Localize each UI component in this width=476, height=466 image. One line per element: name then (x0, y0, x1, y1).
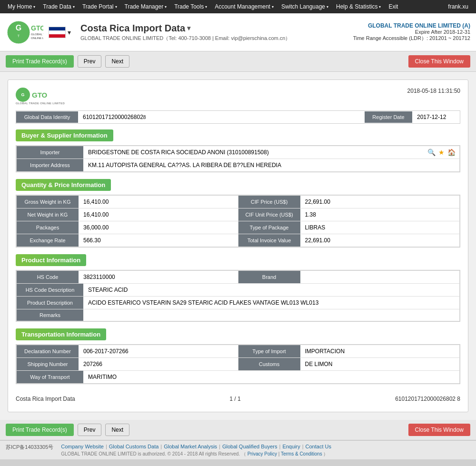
identity-row: Global Data Identity 6101201712000026802… (16, 110, 460, 124)
remarks-row: Remarks (16, 309, 460, 321)
qty-row-1: Net Weight in KG 16,410.00 CIF Unit Pric… (16, 208, 460, 221)
next-button-bottom[interactable]: Next (105, 424, 129, 436)
chevron-down-icon: ▾ (272, 5, 274, 9)
nav-trade-manager[interactable]: Trade Manager ▾ (121, 0, 171, 13)
global-data-identity-label: Global Data Identity (16, 111, 78, 123)
home-icon[interactable]: 🏠 (447, 149, 456, 156)
company-logo: G T GTO GLOBAL TRADE ONLINE LIMITED (6, 19, 44, 45)
way-of-transport-value: MARITIMO (83, 371, 459, 383)
search-icon[interactable]: 🔍 (427, 149, 436, 156)
product-desc-value: ACIDO ESTEARICO VSTEARIN SA29 STEARIC AC… (83, 297, 459, 309)
packages-label: Packages (17, 221, 79, 234)
chevron-down-icon[interactable]: ▾ (68, 29, 71, 36)
qty-row-2: Packages 36,000.00 Type of Package LIBRA… (16, 221, 460, 234)
enquiry-link[interactable]: Enquiry (282, 444, 300, 449)
company-website-link[interactable]: Company Website (61, 444, 104, 449)
nav-help-statistics[interactable]: Help & Statistics ▾ (332, 0, 385, 13)
chevron-down-icon: ▾ (327, 5, 328, 9)
transportation-title: Transportation Information (16, 328, 106, 340)
main-content: G GTO GLOBAL TRADE ONLINE LIMITED 2018-0… (0, 72, 476, 420)
total-invoice-value: 22,691.00 (300, 234, 460, 247)
card-logo: G GTO GLOBAL TRADE ONLINE LIMITED (16, 88, 65, 105)
gross-weight-value: 16,410.00 (79, 196, 238, 208)
record-card: G GTO GLOBAL TRADE ONLINE LIMITED 2018-0… (8, 79, 468, 412)
chevron-down-icon: ▾ (33, 5, 35, 9)
global-market-analysis-link[interactable]: Global Market Analysis (164, 444, 217, 449)
product-desc-row: Product Description ACIDO ESTEARICO VSTE… (16, 296, 460, 309)
record-footer-left: Costa Rica Import Data (16, 396, 75, 402)
action-bar-bottom: Print Trade Record(s) Prev Next Close Th… (0, 420, 476, 440)
chevron-down-icon: ▾ (73, 5, 75, 9)
next-button-top[interactable]: Next (105, 55, 129, 68)
nav-trade-data[interactable]: Trade Data ▾ (39, 0, 79, 13)
chevron-down-icon: ▾ (115, 5, 117, 9)
footer-links: Company Website | Global Customs Data | … (61, 444, 470, 449)
svg-text:G: G (16, 24, 21, 32)
ldr-text: Time Range Accessible (LDR）: 201201 ~ 20… (353, 35, 470, 42)
privacy-policy-link[interactable]: Privacy Policy (248, 451, 277, 456)
nav-trade-portal[interactable]: Trade Portal ▾ (79, 0, 121, 13)
country-flag (49, 27, 66, 38)
decl-number-value: 006-2017-207266 (79, 345, 238, 357)
qty-row-0: Gross Weight in KG 16,410.00 CIF Price (… (16, 195, 460, 208)
nav-my-home[interactable]: My Home ▾ (4, 0, 39, 13)
header-bar: G T GTO GLOBAL TRADE ONLINE LIMITED ▾ Co… (0, 13, 476, 51)
print-button-bottom[interactable]: Print Trade Record(s) (6, 424, 74, 436)
nav-exit[interactable]: Exit (385, 0, 402, 13)
contact-us-link[interactable]: Contact Us (306, 444, 331, 449)
star-icon[interactable]: ★ (438, 149, 445, 156)
type-package-label: Type of Package (238, 221, 300, 234)
global-qualified-buyers-link[interactable]: Global Qualified Buyers (222, 444, 278, 449)
nav-account-management[interactable]: Account Management ▾ (211, 0, 278, 13)
way-of-transport-label: Way of Transport (17, 371, 83, 383)
record-timestamp: 2018-05-18 11:31:50 (407, 88, 460, 94)
importer-icons: 🔍 ★ 🏠 (424, 146, 459, 159)
customs-value: DE LIMON (300, 358, 460, 370)
net-weight-label: Net Weight in KG (17, 208, 79, 221)
decl-number-label: Declaration Number (17, 345, 79, 357)
logo-area: G T GTO GLOBAL TRADE ONLINE LIMITED ▾ Co… (6, 19, 290, 45)
company-name: GLOBAL TRADE ONLINE LIMITED (A) (353, 22, 470, 29)
page-title-dropdown-icon[interactable]: ▾ (187, 24, 190, 32)
type-package-value: LIBRAS (300, 221, 460, 234)
product-title: Product Information (16, 254, 86, 266)
nav-trade-tools[interactable]: Trade Tools ▾ (170, 0, 211, 13)
register-date-label: Register Date (365, 111, 412, 123)
global-customs-data-link[interactable]: Global Customs Data (109, 444, 159, 449)
transport-row-2: Way of Transport MARITIMO (16, 370, 460, 384)
importer-label: Importer (17, 146, 83, 159)
header-right: GLOBAL TRADE ONLINE LIMITED (A) Expire A… (353, 22, 470, 42)
exchange-rate-label: Exchange Rate (17, 234, 79, 247)
product-desc-label: Product Description (17, 297, 83, 309)
nav-user: frank.xu (444, 0, 472, 13)
exchange-rate-value: 566.30 (79, 234, 238, 247)
svg-text:GLOBAL TRADE: GLOBAL TRADE (31, 33, 43, 36)
importer-address-row: Importer Address KM.11 AUTOPISTA GENERAL… (16, 159, 460, 172)
close-button-bottom[interactable]: Close This Window (408, 424, 470, 436)
print-button-top[interactable]: Print Trade Record(s) (6, 55, 74, 68)
nav-switch-language[interactable]: Switch Language ▾ (278, 0, 332, 13)
quantity-price-section: Quantity & Price Information Gross Weigh… (16, 179, 460, 248)
record-footer: Costa Rica Import Data 1 / 1 61012017120… (16, 391, 460, 404)
terms-conditions-link[interactable]: Terms & Conditions (281, 451, 322, 456)
transportation-section: Transportation Information Declaration N… (16, 328, 460, 384)
hs-code-value: 3823110000 (79, 271, 238, 283)
brand-value (300, 271, 460, 283)
remarks-label: Remarks (17, 309, 83, 321)
footer-copyright: GLOBAL TRADE ONLINE LIMITED is authorize… (61, 451, 470, 457)
action-bar-top: Print Trade Record(s) Prev Next Close Th… (0, 51, 476, 72)
product-row-0: HS Code 3823110000 Brand (16, 270, 460, 283)
customs-label: Customs (238, 358, 300, 370)
buyer-supplier-title: Buyer & Supplier Information (16, 129, 113, 141)
expire-text: Expire After 2018-12-31 (353, 29, 470, 35)
cif-price-label: CIF Price (US$) (238, 196, 300, 208)
total-invoice-label: Total Invoice Value (238, 234, 300, 247)
hs-desc-label: HS Code Description (17, 284, 83, 296)
importer-value: BRIDGESTONE DE COSTA RICA SOCIEDAD ANONI… (83, 146, 424, 159)
prev-button-bottom[interactable]: Prev (78, 424, 102, 436)
transport-row-0: Declaration Number 006-2017-207266 Type … (16, 345, 460, 357)
svg-text:ONLINE LIMITED: ONLINE LIMITED (31, 37, 43, 40)
quantity-price-title: Quantity & Price Information (16, 179, 111, 191)
close-button-top[interactable]: Close This Window (408, 55, 470, 68)
prev-button-top[interactable]: Prev (78, 55, 102, 68)
